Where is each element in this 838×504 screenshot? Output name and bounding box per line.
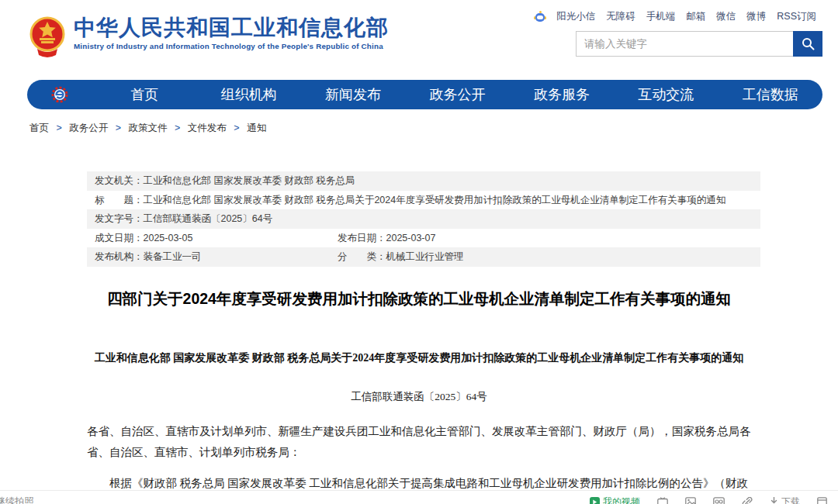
meta-label: 发布机构： [95, 247, 144, 267]
my-video-button[interactable]: 我的视频 [590, 494, 640, 504]
search-input[interactable] [576, 31, 793, 57]
breadcrumb-gov-info[interactable]: 政务公开 [69, 123, 108, 133]
download-icon [770, 497, 778, 504]
link-rss[interactable]: RSS订阅 [777, 10, 816, 23]
meta-value: 2025-03-07 [386, 229, 436, 248]
site-brand: 中华人民共和国工业和信息化部 Ministry of Industry and … [74, 16, 389, 50]
meta-row-dates: 成文日期： 2025-03-05 发布日期： 2025-03-07 [87, 229, 760, 248]
link-accessibility[interactable]: 无障碍 [606, 10, 635, 23]
bottom-toolbar: 我的视频 下载 [590, 494, 827, 504]
site-subtitle-en: Ministry of Industry and Information Tec… [74, 42, 389, 50]
breadcrumb-separator: > [116, 123, 121, 133]
breadcrumb-separator: > [234, 123, 239, 133]
meta-value: 工业和信息化部 国家发展改革委 财政部 税务总局 [144, 171, 355, 191]
article-doc-number: 工信部联通装函〔2025〕64号 [62, 390, 776, 404]
nav-item-gov-services[interactable]: 政务服务 [510, 85, 614, 104]
download-label: 下载 [781, 494, 800, 504]
main-nav: 首页 组织机构 新闻发布 政务公开 政务服务 互动交流 工信数据 [27, 80, 822, 109]
link-mail[interactable]: 邮箱 [686, 10, 705, 23]
breadcrumb-doc-release[interactable]: 文件发布 [188, 123, 227, 133]
meta-value: 工信部联通装函〔2025〕64号 [144, 209, 273, 229]
meta-label: 分 类： [338, 247, 386, 267]
meta-value: 2025-03-05 [144, 229, 193, 248]
nav-item-home[interactable]: 首页 [92, 85, 196, 104]
meta-label: 发布日期： [338, 229, 386, 248]
download-button[interactable]: 下载 [770, 494, 800, 504]
bottom-left-cutoff-text: 继续拍照 [0, 494, 34, 504]
search-bar [576, 31, 822, 57]
link-icon[interactable] [742, 497, 753, 504]
article-paragraph-1: 各省、自治区、直辖市及计划单列市、新疆生产建设兵团工业和信息化主管部门、发展改革… [87, 421, 754, 463]
meta-row-publisher-category: 发布机构： 装备工业一司 分 类： 机械工业行业管理 [87, 247, 760, 267]
link-weibo[interactable]: 微博 [746, 10, 766, 23]
meta-value: 工业和信息化部 国家发展改革委 财政部 税务总局关于2024年度享受研发费用加计… [144, 191, 726, 210]
meta-label: 标 题： [95, 191, 144, 210]
utility-links: 阳光小信 无障碍 手机端 邮箱 微信 微博 RSS订阅 [535, 10, 816, 23]
meta-value: 机械工业行业管理 [386, 247, 464, 267]
nav-item-news[interactable]: 新闻发布 [301, 85, 405, 104]
meta-value: 装备工业一司 [144, 247, 202, 267]
search-button[interactable] [793, 31, 822, 57]
my-video-label: 我的视频 [603, 494, 640, 504]
nav-item-organization[interactable]: 组织机构 [196, 85, 300, 104]
breadcrumb-home[interactable]: 首页 [29, 123, 49, 133]
window-icon[interactable] [817, 497, 827, 504]
site-header: 中华人民共和国工业和信息化部 Ministry of Industry and … [0, 0, 838, 74]
screencast-icon[interactable] [657, 497, 668, 504]
document-meta-table: 发文机关： 工业和信息化部 国家发展改革委 财政部 税务总局 标 题： 工业和信… [87, 171, 760, 267]
image-icon[interactable] [685, 497, 696, 504]
meta-row-doc-number: 发文字号： 工信部联通装函〔2025〕64号 [87, 209, 760, 229]
gif-icon[interactable] [713, 497, 725, 504]
breadcrumb-separator: > [175, 123, 180, 133]
nav-item-miit-data[interactable]: 工信数据 [719, 85, 822, 104]
meta-label: 发文机关： [95, 171, 144, 191]
nav-item-gov-info[interactable]: 政务公开 [405, 85, 509, 104]
miit-logo-icon [27, 85, 92, 104]
meta-label: 成文日期： [95, 229, 144, 248]
breadcrumb: 首页 > 政务公开 > 政策文件 > 文件发布 > 通知 [29, 122, 266, 135]
nav-item-interaction[interactable]: 互动交流 [614, 85, 718, 104]
site-title: 中华人民共和国工业和信息化部 [74, 16, 389, 40]
bottom-overlay-bar: 继续拍照 我的视频 下载 [0, 490, 838, 504]
national-emblem-icon [29, 16, 65, 57]
breadcrumb-notice[interactable]: 通知 [247, 123, 266, 133]
meta-row-issuing-agency: 发文机关： 工业和信息化部 国家发展改革委 财政部 税务总局 [87, 171, 760, 191]
meta-label: 发文字号： [95, 209, 144, 229]
robot-mascot-icon [535, 11, 545, 23]
play-icon [590, 497, 600, 504]
link-sunshine-xiaoxin[interactable]: 阳光小信 [556, 10, 595, 23]
search-icon [802, 37, 815, 50]
link-wechat[interactable]: 微信 [716, 10, 736, 23]
breadcrumb-policy-docs[interactable]: 政策文件 [129, 123, 168, 133]
meta-row-title: 标 题： 工业和信息化部 国家发展改革委 财政部 税务总局关于2024年度享受研… [87, 191, 760, 210]
link-mobile[interactable]: 手机端 [646, 10, 676, 23]
breadcrumb-separator: > [56, 123, 61, 133]
article-subtitle: 工业和信息化部 国家发展改革委 财政部 税务总局关于2024年度享受研发费用加计… [62, 351, 776, 365]
article-title: 四部门关于2024年度享受研发费用加计扣除政策的工业母机企业清单制定工作有关事项… [47, 288, 791, 309]
